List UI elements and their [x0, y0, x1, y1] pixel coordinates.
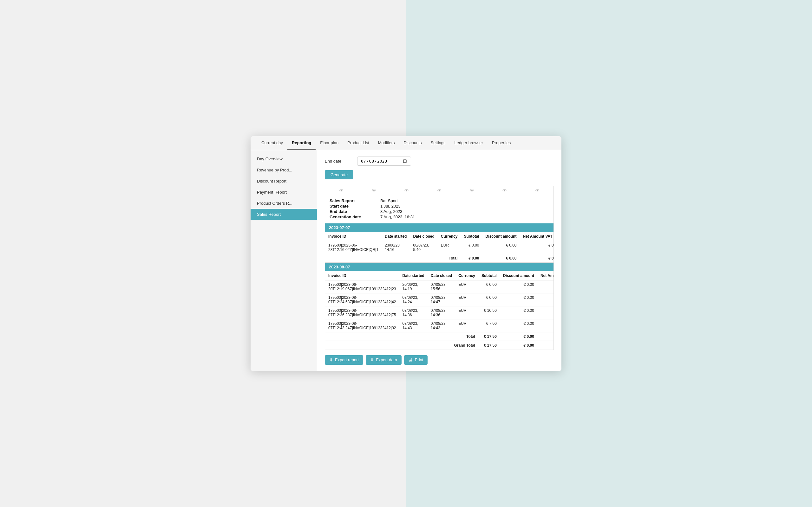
- sidebar: Day Overview Revenue by Prod... Discount…: [251, 150, 317, 371]
- report-start-date-row: Start date 1 Jul, 2023: [329, 204, 549, 209]
- eye-icon-3[interactable]: 👁: [391, 186, 423, 195]
- sidebar-item-payment-report[interactable]: Payment Report: [251, 187, 317, 198]
- currency: EUR: [455, 319, 478, 332]
- report-gen-date-key: Generation date: [329, 215, 380, 219]
- date-closed: 07/08/23, 14:47: [427, 293, 455, 306]
- date-closed: 07/08/23, 14:43: [427, 319, 455, 332]
- col-net-vat-1: Net Amount VAT 9%: [520, 232, 554, 241]
- subtotal: € 0.00: [478, 293, 500, 306]
- eye-icon-7[interactable]: 👁: [521, 186, 554, 195]
- print-icon: 🖨: [409, 357, 413, 362]
- section-header-2: 2023-08-07: [325, 263, 554, 271]
- invoice-id: 179500|2023-06-20T12:19:06Z|INVOICE|1091…: [325, 280, 399, 293]
- section-1-total-net-vat: € 0.00: [520, 254, 554, 262]
- date-started: 23/06/23, 14:16: [382, 241, 410, 254]
- currency: EUR: [438, 241, 461, 254]
- nav-reporting[interactable]: Reporting: [287, 136, 316, 150]
- discount: € 0.00: [500, 280, 537, 293]
- discount: € 0.00: [483, 241, 520, 254]
- main-window: Current day Reporting Floor plan Product…: [251, 136, 561, 371]
- section-2-total-label: Total: [325, 332, 478, 341]
- nav-product-list[interactable]: Product List: [343, 136, 374, 150]
- nav-ledger-browser[interactable]: Ledger browser: [450, 136, 488, 150]
- subtotal: € 7.00: [478, 319, 500, 332]
- col-invoice-id-2: Invoice ID: [325, 271, 399, 280]
- col-invoice-id-1: Invoice ID: [325, 232, 382, 241]
- table-row: 179500|2023-06-23T12:16:02Z|INVOICE|QR|1…: [325, 241, 554, 254]
- print-button[interactable]: 🖨 Print: [404, 355, 428, 365]
- section-2-total-discount: € 0.00: [500, 332, 537, 341]
- eye-icon-4[interactable]: 👁: [423, 186, 456, 195]
- net-vat: € 6.42: [537, 319, 554, 332]
- end-date-input[interactable]: [357, 157, 411, 166]
- invoice-id: 179500|2023-08-07T12:36:28Z|INVOICE|1091…: [325, 306, 399, 319]
- col-date-closed-1: Date closed: [410, 232, 438, 241]
- date-started: 20/06/23, 14:19: [399, 280, 427, 293]
- section-header-1: 2023-07-07: [325, 223, 554, 232]
- section-1-table: Invoice ID Date started Date closed Curr…: [325, 232, 554, 263]
- grand-total-net-vat: € 16.06: [537, 341, 554, 350]
- content-area: End date Generate 👁 👁 👁 👁 👁 👁 👁: [317, 150, 561, 371]
- grand-total-subtotal: € 17.50: [478, 341, 500, 350]
- table-row: 179500|2023-08-07T12:43:24Z|INVOICE|1091…: [325, 319, 554, 332]
- print-label: Print: [415, 357, 423, 362]
- sidebar-item-discount-report[interactable]: Discount Report: [251, 176, 317, 187]
- nav-properties[interactable]: Properties: [488, 136, 515, 150]
- net-vat: € 0.00: [537, 280, 554, 293]
- download-icon-1: ⬇: [329, 357, 333, 362]
- section-2-total-row: Total € 17.50 € 0.00 € 16.06: [325, 332, 554, 341]
- eye-icon-2[interactable]: 👁: [358, 186, 391, 195]
- subtotal: € 10.50: [478, 306, 500, 319]
- top-nav: Current day Reporting Floor plan Product…: [251, 136, 561, 150]
- sidebar-item-product-orders[interactable]: Product Orders R...: [251, 198, 317, 209]
- end-date-row: End date: [325, 157, 554, 166]
- nav-discounts[interactable]: Discounts: [399, 136, 426, 150]
- section-1-total-row: Total € 0.00 € 0.00 € 0.00: [325, 254, 554, 262]
- discount: € 0.00: [500, 306, 537, 319]
- generate-button[interactable]: Generate: [325, 170, 353, 179]
- nav-settings[interactable]: Settings: [426, 136, 450, 150]
- report-container: 👁 👁 👁 👁 👁 👁 👁 Sales Report Bar Sport: [325, 186, 554, 350]
- sidebar-item-sales-report[interactable]: Sales Report: [251, 209, 317, 220]
- invoice-id: 179500|2023-08-07T12:43:24Z|INVOICE|1091…: [325, 319, 399, 332]
- eye-icon-5[interactable]: 👁: [455, 186, 488, 195]
- col-currency-1: Currency: [438, 232, 461, 241]
- report-info-header: Sales Report Bar Sport Start date 1 Jul,…: [325, 195, 554, 223]
- sidebar-item-revenue-by-prod[interactable]: Revenue by Prod...: [251, 164, 317, 176]
- report-start-date-val: 1 Jul, 2023: [380, 204, 401, 209]
- invoice-id: 179500|2023-08-07T12:24:53Z|INVOICE|1091…: [325, 293, 399, 306]
- report-end-date-row: End date 8 Aug, 2023: [329, 209, 549, 214]
- nav-modifiers[interactable]: Modifiers: [374, 136, 399, 150]
- section-2-total-net-vat: € 16.06: [537, 332, 554, 341]
- eye-icon-6[interactable]: 👁: [488, 186, 521, 195]
- discount: € 0.00: [500, 319, 537, 332]
- nav-current-day[interactable]: Current day: [257, 136, 287, 150]
- report-gen-date-val: 7 Aug, 2023, 16:31: [380, 215, 415, 219]
- report-end-date-key: End date: [329, 209, 380, 214]
- col-net-vat-2: Net Amount VAT 9%: [537, 271, 554, 280]
- report-title-key: Sales Report: [329, 199, 380, 203]
- currency: EUR: [455, 306, 478, 319]
- net-vat: € 9.63: [537, 306, 554, 319]
- col-discount-1: Discount amount: [483, 232, 520, 241]
- sidebar-item-day-overview[interactable]: Day Overview: [251, 153, 317, 164]
- section-1-total-subtotal: € 0.00: [461, 254, 483, 262]
- report-title-row: Sales Report Bar Sport: [329, 199, 549, 203]
- date-closed: 07/08/23, 14:36: [427, 306, 455, 319]
- col-discount-2: Discount amount: [500, 271, 537, 280]
- section-1-total-label: Total: [325, 254, 461, 262]
- section-2-total-subtotal: € 17.50: [478, 332, 500, 341]
- currency: EUR: [455, 280, 478, 293]
- report-gen-date-row: Generation date 7 Aug, 2023, 16:31: [329, 215, 549, 219]
- report-end-date-val: 8 Aug, 2023: [380, 209, 402, 214]
- col-date-started-1: Date started: [382, 232, 410, 241]
- nav-floor-plan[interactable]: Floor plan: [316, 136, 343, 150]
- invoice-id: 179500|2023-06-23T12:16:02Z|INVOICE|QR|1: [325, 241, 382, 254]
- export-report-button[interactable]: ⬇ Export report: [325, 355, 363, 365]
- eye-icon-1[interactable]: 👁: [325, 186, 358, 195]
- col-subtotal-1: Subtotal: [461, 232, 483, 241]
- table-row: 179500|2023-08-07T12:36:28Z|INVOICE|1091…: [325, 306, 554, 319]
- export-data-button[interactable]: ⬇ Export data: [366, 355, 402, 365]
- bottom-buttons: ⬇ Export report ⬇ Export data 🖨 Print: [325, 355, 554, 365]
- date-closed: 08/07/23, 5:40: [410, 241, 438, 254]
